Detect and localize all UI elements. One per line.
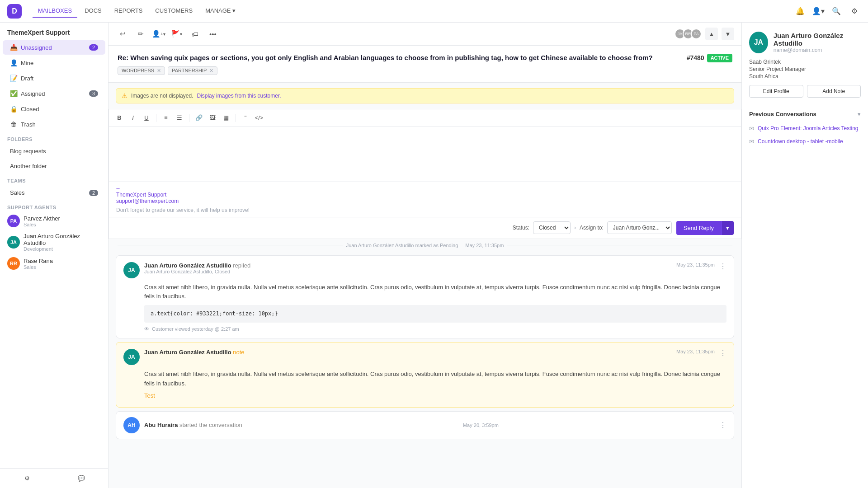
sidebar-folder-blog[interactable]: Blog requests xyxy=(3,144,105,158)
send-reply-button[interactable]: Send Reply xyxy=(676,221,721,235)
image-btn[interactable]: 🖼 xyxy=(207,112,218,124)
sidebar-item-mine[interactable]: 👤 Mine xyxy=(3,56,105,70)
mini-avatar-3: PA xyxy=(691,28,702,39)
ticket-badge: #7480 ACTIVE xyxy=(687,54,732,63)
msg-header-note: JA Juan Arturo González Astudillo note M… xyxy=(123,349,726,365)
editor-toolbar: B I U ≡ ☰ 🔗 🖼 ▦ " </> xyxy=(109,109,741,127)
notifications-icon[interactable]: 🔔 xyxy=(794,5,807,18)
table-btn[interactable]: ▦ xyxy=(220,112,232,124)
undo-icon[interactable]: ↩ xyxy=(116,27,129,41)
msg-body-reply: Cras sit amet nibh libero, in gravida nu… xyxy=(144,283,726,323)
msg-menu-reply[interactable]: ⋮ xyxy=(719,262,726,271)
topnav: D MAILBOXES DOCS REPORTS CUSTOMERS MANAG… xyxy=(0,0,868,23)
code-btn[interactable]: </> xyxy=(253,112,265,124)
nav-reports[interactable]: REPORTS xyxy=(109,5,148,18)
agent-juan[interactable]: JA Juan Arturo González Astudillo Develo… xyxy=(0,230,108,254)
nav-manage[interactable]: MANAGE ▾ xyxy=(200,5,241,18)
edit-profile-button[interactable]: Edit Profile xyxy=(749,85,803,98)
editor-sep-2 xyxy=(189,114,189,122)
sidebar-item-draft[interactable]: 📝 Draft xyxy=(3,71,105,85)
agent-rase[interactable]: RR Rase Rana Sales xyxy=(0,254,108,272)
msg-avatar-abu: AH xyxy=(123,417,140,433)
msg-meta-reply: Juan Arturo González Astudillo replied J… xyxy=(144,262,672,274)
editor-sep-1 xyxy=(156,114,156,122)
prev-conv-expand[interactable]: ▾ xyxy=(858,111,861,117)
underline-btn[interactable]: U xyxy=(141,112,152,124)
trash-icon: 🗑 xyxy=(10,121,17,128)
bold-btn[interactable]: B xyxy=(113,112,125,124)
msg-header-reply: JA Juan Arturo González Astudillo replie… xyxy=(123,262,726,278)
display-images-link[interactable]: Display images from this customer. xyxy=(197,93,281,99)
prev-conv-item-1[interactable]: ✉ Quix Pro Element: Joomla Articles Test… xyxy=(749,122,861,135)
topnav-right: 🔔 👤▾ 🔍 ⚙ xyxy=(794,5,861,18)
prev-conv-item-2[interactable]: ✉ Countdown desktop - tablet -mobile xyxy=(749,135,861,148)
prev-conv-section: Previous Conversations ▾ ✉ Quix Pro Elem… xyxy=(742,105,868,154)
agents-label: SUPPORT AGENTS xyxy=(0,200,108,212)
link-btn[interactable]: 🔗 xyxy=(193,112,205,124)
sidebar-title: ThemeXpert Support xyxy=(0,23,108,40)
eye-icon: 👁 xyxy=(144,326,149,332)
main-row: ThemeXpert Support 📥 Unassigned 2 👤 Mine… xyxy=(0,23,868,488)
nav-up-btn[interactable]: ▲ xyxy=(705,28,718,40)
settings-icon[interactable]: ⚙ xyxy=(848,5,861,18)
conv-area: ↩ ✏ 👤+▾ 🚩▾ 🏷 ••• JA RR PA ▲ ▼ xyxy=(108,23,741,488)
sidebar-team-sales[interactable]: Sales 2 xyxy=(3,186,105,200)
app-logo[interactable]: D xyxy=(7,4,22,19)
quote-btn[interactable]: " xyxy=(240,112,251,124)
messages: Juan Arturo González Astudillo marked as… xyxy=(108,239,741,450)
assign-icon[interactable]: 👤+▾ xyxy=(152,27,165,41)
draft-icon: 📝 xyxy=(10,75,17,82)
msg-meta-note: Juan Arturo González Astudillo note xyxy=(144,349,672,356)
tag-icon[interactable]: 🏷 xyxy=(188,27,202,41)
user-menu-icon[interactable]: 👤▾ xyxy=(812,5,825,18)
nav-docs[interactable]: DOCS xyxy=(79,5,107,18)
mail-icon-2: ✉ xyxy=(749,138,754,145)
msg-menu-started[interactable]: ⋮ xyxy=(719,421,726,429)
tag-wordpress-remove[interactable]: ✕ xyxy=(157,68,161,74)
agent-parvez[interactable]: PA Parvez Akther Sales xyxy=(0,212,108,230)
ordered-list-btn[interactable]: ≡ xyxy=(160,112,172,124)
inbox-icon: 📥 xyxy=(10,44,17,51)
status-row: Status: Closed Open Pending › Assign to:… xyxy=(513,221,672,234)
msg-code-block: a.text{color: #933221;font-size: 10px;} xyxy=(144,305,726,323)
nav-customers[interactable]: CUSTOMERS xyxy=(150,5,198,18)
settings-bottom-btn[interactable]: ⚙ xyxy=(0,469,54,488)
editor-body[interactable] xyxy=(109,127,741,181)
nav-down-btn[interactable]: ▼ xyxy=(722,28,734,40)
tag-partnership: PARTNERSHIP ✕ xyxy=(168,66,217,75)
assigned-icon: ✅ xyxy=(10,90,17,97)
more-icon[interactable]: ••• xyxy=(206,27,220,41)
mine-icon: 👤 xyxy=(10,59,17,66)
italic-btn[interactable]: I xyxy=(127,112,139,124)
unordered-list-btn[interactable]: ☰ xyxy=(174,112,185,124)
msg-avatar-juan: JA xyxy=(123,262,140,278)
msg-avatar-note: JA xyxy=(123,349,140,365)
status-select[interactable]: Closed Open Pending xyxy=(533,221,571,234)
send-reply-dropdown[interactable]: ▾ xyxy=(721,221,734,235)
assign-select[interactable]: Juan Arturo Gonz... xyxy=(607,221,672,234)
flag-icon[interactable]: 🚩▾ xyxy=(170,27,184,41)
message-started: AH Abu Huraira started the conversation … xyxy=(116,411,734,439)
editor-sep-3 xyxy=(236,114,236,122)
msg-footer-reply: 👁 Customer viewed yesterday @ 2:27 am xyxy=(144,326,726,332)
chat-bottom-btn[interactable]: 💬 xyxy=(54,469,108,488)
nav-mailboxes[interactable]: MAILBOXES xyxy=(33,5,77,18)
agent-avatar-rase: RR xyxy=(7,257,20,270)
msg-menu-note[interactable]: ⋮ xyxy=(719,349,726,357)
sidebar-item-closed[interactable]: 🔒 Closed xyxy=(3,102,105,116)
conv-subject: Re: When saving quix pages or sections, … xyxy=(118,53,732,63)
sidebar-item-trash[interactable]: 🗑 Trash xyxy=(3,117,105,131)
sidebar-item-assigned[interactable]: ✅ Assigned 3 xyxy=(3,86,105,101)
sidebar-folder-another[interactable]: Another folder xyxy=(3,159,105,173)
avatar-stack: JA RR PA xyxy=(675,28,702,39)
sidebar-item-unassigned[interactable]: 📥 Unassigned 2 xyxy=(3,40,105,55)
tag-partnership-remove[interactable]: ✕ xyxy=(209,68,213,74)
search-icon[interactable]: 🔍 xyxy=(830,5,843,18)
msg-body-note: Cras sit amet nibh libero, in gravida nu… xyxy=(144,370,726,400)
add-note-button[interactable]: Add Note xyxy=(807,85,861,98)
mail-icon-1: ✉ xyxy=(749,125,754,132)
tag-wordpress: WORDPRESS ✕ xyxy=(118,66,165,75)
conv-content: Re: When saving quix pages or sections, … xyxy=(108,46,741,488)
contact-header: JA Juan Arturo González Astudillo name@d… xyxy=(749,32,861,53)
edit-icon[interactable]: ✏ xyxy=(134,27,147,41)
